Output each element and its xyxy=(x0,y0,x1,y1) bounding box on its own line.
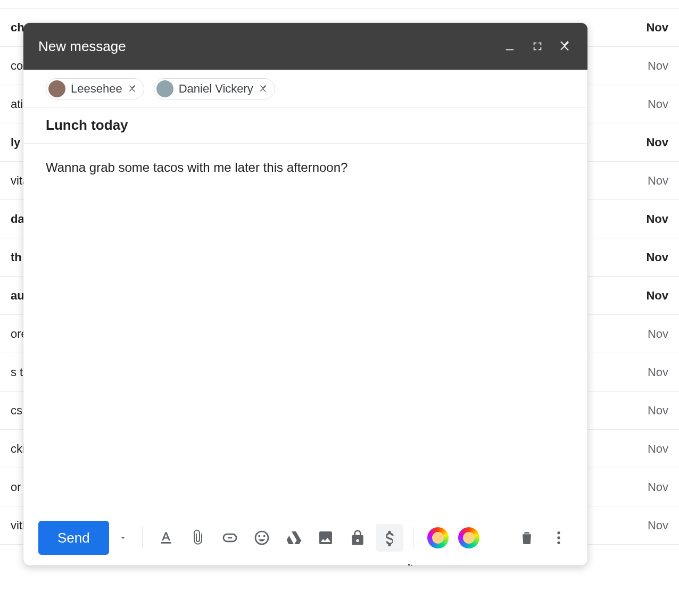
compose-window: New message Leesehee Daniel Vickery Lunc… xyxy=(23,23,587,565)
inbox-date: Nov xyxy=(646,212,668,226)
inbox-date: Nov xyxy=(648,59,668,73)
inbox-date: Nov xyxy=(646,136,668,149)
minimize-button[interactable] xyxy=(502,39,517,54)
inbox-date: Nov xyxy=(648,365,668,379)
inbox-date: Nov xyxy=(648,480,668,494)
send-money-button[interactable] xyxy=(376,524,403,552)
attach-file-button[interactable] xyxy=(184,524,212,552)
separator xyxy=(413,527,413,548)
separator xyxy=(142,527,143,548)
confidential-mode-button[interactable] xyxy=(344,524,371,552)
avatar xyxy=(48,80,65,97)
recipients-row[interactable]: Leesehee Daniel Vickery xyxy=(23,70,587,107)
discard-draft-button[interactable] xyxy=(513,524,541,552)
compose-toolbar: Send xyxy=(23,515,587,565)
recipient-chip[interactable]: Daniel Vickery xyxy=(154,78,275,99)
inbox-date: Nov xyxy=(648,442,668,456)
inbox-date: Nov xyxy=(646,251,668,264)
compose-body[interactable]: Wanna grab some tacos with me later this… xyxy=(23,144,587,515)
insert-drive-button[interactable] xyxy=(280,524,308,552)
recipient-chip[interactable]: Leesehee xyxy=(46,78,144,99)
inbox-date: Nov xyxy=(646,21,668,35)
insert-emoji-button[interactable] xyxy=(248,524,276,552)
compose-title: New message xyxy=(38,38,490,55)
inbox-date: Nov xyxy=(648,519,668,532)
compose-header: New message xyxy=(23,23,587,70)
addon-button[interactable] xyxy=(458,527,479,548)
subject-input[interactable]: Lunch today xyxy=(23,107,587,144)
send-options-dropdown[interactable] xyxy=(113,521,133,555)
insert-photo-button[interactable] xyxy=(312,524,340,552)
send-button[interactable]: Send xyxy=(38,521,109,555)
svg-rect-0 xyxy=(506,49,514,51)
avatar xyxy=(156,80,173,97)
inbox-date: Nov xyxy=(648,327,668,341)
insert-link-button[interactable] xyxy=(216,524,244,552)
svg-point-1 xyxy=(557,531,560,534)
inbox-date: Nov xyxy=(648,174,668,188)
recipient-name: Leesehee xyxy=(71,82,122,96)
svg-point-3 xyxy=(557,542,560,544)
svg-point-2 xyxy=(557,536,560,539)
more-options-button[interactable] xyxy=(545,524,573,552)
recipient-name: Daniel Vickery xyxy=(179,82,253,96)
addon-button[interactable] xyxy=(427,527,449,548)
formatting-button[interactable] xyxy=(152,524,180,552)
inbox-date: Nov xyxy=(648,97,668,111)
remove-recipient-icon[interactable] xyxy=(259,84,268,94)
remove-recipient-icon[interactable] xyxy=(128,84,137,94)
inbox-date: Nov xyxy=(646,289,668,303)
fullscreen-button[interactable] xyxy=(530,39,545,54)
inbox-date: Nov xyxy=(648,404,668,418)
close-button[interactable] xyxy=(558,39,573,54)
